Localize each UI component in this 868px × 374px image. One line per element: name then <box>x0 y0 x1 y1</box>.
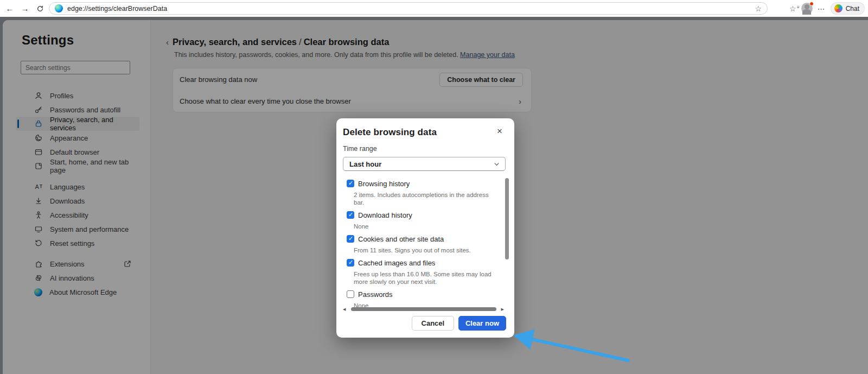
forward-icon[interactable]: → <box>17 2 33 16</box>
cached-images-checkbox[interactable] <box>347 259 354 267</box>
clear-now-button[interactable]: Clear now <box>458 316 506 331</box>
back-icon[interactable]: ← <box>2 2 17 16</box>
item-description: From 11 sites. Signs you out of most sit… <box>354 246 499 254</box>
cookies-checkbox[interactable] <box>347 235 354 243</box>
scroll-left-icon[interactable]: ◀ <box>343 307 346 312</box>
list-item-passwords[interactable]: Passwords <box>347 289 506 300</box>
browser-toolbar: ← → edge://settings/clearBrowserData ☆ ☆… <box>0 0 868 17</box>
list-item-cached-images[interactable]: Cached images and files <box>347 257 506 268</box>
list-item-cookies[interactable]: Cookies and other site data <box>347 233 506 244</box>
scrollbar-thumb[interactable] <box>351 307 496 311</box>
notification-dot <box>809 2 814 6</box>
data-types-list: Browsing history 2 items. Includes autoc… <box>343 178 506 308</box>
download-history-checkbox[interactable] <box>347 211 354 219</box>
url-text[interactable]: edge://settings/clearBrowserData <box>67 5 755 12</box>
favorite-star-icon[interactable]: ☆ <box>755 4 762 13</box>
edge-favicon <box>55 4 63 12</box>
copilot-chat-button[interactable]: Chat <box>831 2 865 15</box>
profile-avatar[interactable] <box>801 3 813 14</box>
item-description: None <box>354 223 499 230</box>
chat-label: Chat <box>846 5 859 12</box>
cancel-button[interactable]: Cancel <box>412 316 454 331</box>
chevron-down-icon <box>494 161 500 167</box>
horizontal-scrollbar[interactable]: ◀ ▶ <box>343 307 504 312</box>
list-item-browsing-history[interactable]: Browsing history <box>347 178 506 189</box>
list-item-download-history[interactable]: Download history <box>347 210 506 220</box>
time-range-select[interactable]: Last hour <box>343 157 506 171</box>
browsing-history-checkbox[interactable] <box>347 180 354 187</box>
copilot-icon <box>834 4 843 12</box>
dialog-title: Delete browsing data <box>343 127 506 138</box>
vertical-scrollbar[interactable] <box>505 178 509 259</box>
refresh-icon[interactable] <box>33 2 48 16</box>
scroll-right-icon[interactable]: ▶ <box>501 307 504 312</box>
collections-icon[interactable]: ☆≡ <box>789 4 796 13</box>
delete-browsing-data-dialog: Delete browsing data × Time range Last h… <box>336 118 514 338</box>
item-description: Frees up less than 16.0 MB. Some sites m… <box>354 270 499 286</box>
time-range-value: Last hour <box>349 160 494 168</box>
more-icon[interactable]: ⋯ <box>818 4 826 13</box>
settings-page: Settings Profiles Passwords and autofill… <box>0 17 868 374</box>
passwords-checkbox[interactable] <box>347 290 354 298</box>
item-description: 2 items. Includes autocompletions in the… <box>354 191 499 206</box>
address-bar[interactable]: edge://settings/clearBrowserData ☆ <box>49 2 768 15</box>
close-icon[interactable]: × <box>494 125 506 137</box>
time-range-label: Time range <box>343 145 506 153</box>
